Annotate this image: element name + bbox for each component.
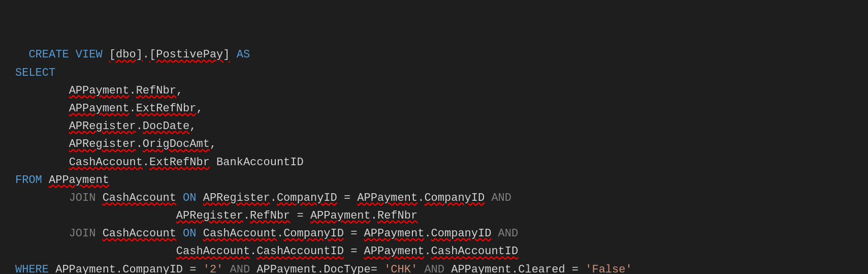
where-left-field: CompanyID [122, 263, 183, 274]
where-dot2: . [317, 263, 324, 274]
col5-dot: . [143, 156, 149, 169]
join2-cont-right-field: CashAccountID [431, 245, 519, 258]
join2-table: CashAccount [103, 227, 176, 240]
join1-right-field: CompanyID [424, 192, 485, 204]
join2-eq: = [344, 227, 364, 240]
indent-col3 [15, 120, 69, 133]
join1-cont-right-field: RefNbr [377, 209, 417, 222]
where-dot1: . [116, 263, 122, 274]
indent-join2 [15, 227, 69, 240]
indent-col4 [15, 138, 69, 150]
join2-cont-dot2: . [424, 245, 431, 258]
join2-dot1: . [277, 227, 283, 240]
schema-bracket-open: [dbo] [109, 48, 143, 61]
keyword-join2: JOIN [69, 227, 96, 240]
col1-comma: , [176, 84, 183, 97]
keyword-select: SELECT [15, 67, 55, 79]
join1-space2 [176, 192, 183, 204]
col1-table: APPayment [69, 84, 130, 97]
indent-col1 [15, 84, 69, 97]
col3-dot: . [136, 120, 143, 133]
keyword-on1: ON [183, 192, 196, 204]
join1-and-kw: AND [485, 192, 511, 204]
col2-table: APPayment [69, 102, 130, 115]
join2-left-table: CashAccount [203, 227, 277, 240]
join2-cont-dot1: . [250, 245, 256, 258]
col5-table: CashAccount [69, 156, 143, 169]
join1-cont-right-table: APPayment [310, 209, 371, 222]
keyword-from: FROM [15, 174, 42, 187]
col2-field: ExtRefNbr [136, 102, 197, 115]
join2-cont-right-table: APPayment [364, 245, 425, 258]
join1-cont-eq: = [290, 209, 310, 222]
col1-field: RefNbr [136, 84, 176, 97]
from-table: APPayment [49, 174, 109, 187]
join2-left-field: CompanyID [283, 227, 344, 240]
join2-right-table: APPayment [364, 227, 425, 240]
col2-dot: . [129, 102, 136, 115]
col4-comma: , [210, 138, 216, 150]
col3-field: DocDate [143, 120, 189, 133]
where-left-table: APPayment [55, 263, 116, 274]
join1-space3 [196, 192, 203, 204]
join2-right-field: CompanyID [431, 227, 492, 240]
keyword-where: WHERE [15, 263, 49, 274]
join2-and-kw: AND [491, 227, 518, 240]
indent-col2 [15, 102, 69, 115]
keyword-join1: JOIN [69, 192, 96, 204]
indent-join2-cont [15, 245, 176, 258]
keyword-view: VIEW [69, 48, 109, 61]
view-name: [PostivePay] [149, 48, 230, 61]
join1-cont-left-field: RefNbr [250, 209, 290, 222]
dot1: . [143, 48, 149, 61]
sql-code-block: CREATE VIEW [dbo].[PostivePay] AS SELECT… [15, 10, 632, 274]
join1-cont-left-table: APRegister [176, 209, 243, 222]
where-eq3: = [565, 263, 586, 274]
where-eq1: = [183, 263, 203, 274]
join2-cont-left-table: CashAccount [176, 245, 250, 258]
where-mid-table: APPayment [256, 263, 317, 274]
where-right-field: Cleared [518, 263, 565, 274]
join1-left-table: APRegister [203, 192, 270, 204]
col4-field: OrigDocAmt [143, 138, 210, 150]
join2-dot2: . [424, 227, 431, 240]
col5-field: ExtRefNbr [149, 156, 210, 169]
where-right-table: APPayment [451, 263, 511, 274]
keyword-create: CREATE [28, 48, 69, 61]
join1-cont-dot2: . [371, 209, 377, 222]
col4-dot: . [136, 138, 143, 150]
join2-cont-eq: = [344, 245, 364, 258]
indent-join1-cont [15, 209, 176, 222]
col3-comma: , [189, 120, 196, 133]
where-mid-field: DocType [324, 263, 370, 274]
join2-cont-left-field: CashAccountID [256, 245, 344, 258]
where-eq2: = [371, 263, 384, 274]
col2-comma: , [196, 102, 203, 115]
col1-dot: . [129, 84, 136, 97]
where-dot3: . [511, 263, 518, 274]
keyword-as: AS [230, 48, 250, 61]
join1-left-field: CompanyID [277, 192, 337, 204]
keyword-on2: ON [183, 227, 196, 240]
join2-space [95, 227, 102, 240]
where-val2: 'CHK' [384, 263, 417, 274]
where-and1: AND [223, 263, 256, 274]
col5-alias: BankAccountID [210, 156, 304, 169]
where-space [49, 263, 55, 274]
join1-right-table: APPayment [357, 192, 417, 204]
from-space [42, 174, 49, 187]
indent-col5 [15, 156, 69, 169]
where-and2: AND [417, 263, 451, 274]
col3-table: APRegister [69, 120, 136, 133]
col4-table: APRegister [69, 138, 136, 150]
where-val1: '2' [203, 263, 223, 274]
join1-cont-dot1: . [243, 209, 250, 222]
join1-dot2: . [417, 192, 424, 204]
indent-join1 [15, 192, 69, 204]
join2-space2 [176, 227, 183, 240]
join1-space [95, 192, 102, 204]
where-val3: 'False' [585, 263, 632, 274]
join2-space3 [196, 227, 203, 240]
join1-dot1: . [270, 192, 277, 204]
join1-table: CashAccount [103, 192, 176, 204]
